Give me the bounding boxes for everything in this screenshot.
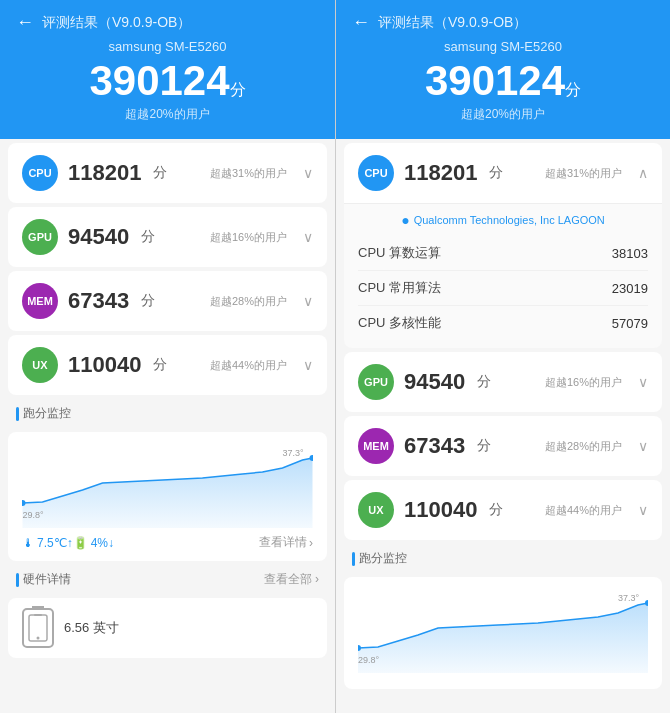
right-percentile: 超越20%的用户 — [352, 106, 654, 123]
svg-rect-6 — [34, 614, 42, 616]
svg-marker-0 — [23, 458, 313, 528]
right-mem-pct: 超越28%的用户 — [545, 439, 622, 454]
right-mem-unit: 分 — [477, 437, 491, 455]
left-cpu-badge: CPU — [22, 155, 58, 191]
left-monitor-section-header: 跑分监控 — [0, 399, 335, 428]
left-details-arrow: › — [309, 536, 313, 550]
right-cpu-value: 118201 — [404, 160, 477, 186]
left-gpu-pct: 超越16%的用户 — [210, 230, 287, 245]
right-cpu-sub-arithmetic-label: CPU 算数运算 — [358, 244, 441, 262]
left-temp-value: 7.5℃↑ — [37, 536, 73, 550]
right-back-button[interactable]: ← — [352, 12, 370, 33]
left-mem-badge: MEM — [22, 283, 58, 319]
right-cpu-unit: 分 — [489, 164, 503, 182]
left-chart-labels: 🌡 7.5℃↑ 🔋 4%↓ 查看详情 › — [22, 534, 313, 551]
left-gpu-badge: GPU — [22, 219, 58, 255]
left-battery-label: 🔋 4%↓ — [73, 536, 114, 550]
right-cpu-chevron-up: ∧ — [638, 165, 648, 181]
left-chart-card: 29.8° 37.3° 🌡 7.5℃↑ 🔋 4%↓ 查看详情 › — [8, 432, 327, 561]
right-mem-chevron: ∨ — [638, 438, 648, 454]
right-nav: ← 评测结果（V9.0.9-OB） — [352, 12, 654, 33]
left-gpu-value: 94540 — [68, 224, 129, 250]
right-qualcomm-text: Qualcomm Technologies, Inc LAGOON — [414, 214, 605, 226]
left-temp-label: 🌡 7.5℃↑ — [22, 536, 73, 550]
left-battery-value: 4%↓ — [91, 536, 114, 550]
right-chart-svg: 29.8° 37.3° — [358, 593, 648, 673]
left-hardware-link[interactable]: 查看全部 › — [264, 571, 319, 588]
left-mem-unit: 分 — [141, 292, 155, 310]
right-gpu-row[interactable]: GPU 94540 分 超越16%的用户 ∨ — [344, 352, 662, 412]
right-cpu-badge: CPU — [358, 155, 394, 191]
left-hardware-bar — [16, 573, 19, 587]
left-hardware-card: 6.56 英寸 — [8, 598, 327, 658]
right-gpu-chevron: ∨ — [638, 374, 648, 390]
svg-text:29.8°: 29.8° — [23, 510, 45, 520]
right-gpu-badge: GPU — [358, 364, 394, 400]
right-chart-card: 29.8° 37.3° — [344, 577, 662, 689]
right-cpu-sub-multicore-label: CPU 多核性能 — [358, 314, 441, 332]
right-total-score: 390124分 — [352, 58, 654, 104]
left-mem-value: 67343 — [68, 288, 129, 314]
svg-marker-8 — [358, 603, 648, 673]
left-mem-pct: 超越28%的用户 — [210, 294, 287, 309]
right-ux-badge: UX — [358, 492, 394, 528]
right-monitor-section-header: 跑分监控 — [336, 544, 670, 573]
left-details-link[interactable]: 查看详情 › — [259, 534, 313, 551]
svg-point-7 — [37, 637, 40, 640]
right-device-name: samsung SM-E5260 — [352, 39, 654, 54]
right-qualcomm-label: ● Qualcomm Technologies, Inc LAGOON — [358, 212, 648, 228]
right-cpu-expanded: ● Qualcomm Technologies, Inc LAGOON CPU … — [344, 203, 662, 348]
left-ux-row[interactable]: UX 110040 分 超越44%的用户 ∨ — [8, 335, 327, 395]
left-mem-row[interactable]: MEM 67343 分 超越28%的用户 ∨ — [8, 271, 327, 331]
right-header: ← 评测结果（V9.0.9-OB） samsung SM-E5260 39012… — [336, 0, 670, 139]
left-hardware-section-header: 硬件详情 查看全部 › — [0, 565, 335, 594]
left-header: ← 评测结果（V9.0.9-OB） samsung SM-E5260 39012… — [0, 0, 335, 139]
left-gpu-row[interactable]: GPU 94540 分 超越16%的用户 ∨ — [8, 207, 327, 267]
right-gpu-pct: 超越16%的用户 — [545, 375, 622, 390]
left-ux-badge: UX — [22, 347, 58, 383]
left-total-score: 390124分 — [16, 58, 319, 104]
left-gpu-chevron: ∨ — [303, 229, 313, 245]
left-details-text: 查看详情 — [259, 534, 307, 551]
right-cpu-sub-common-label: CPU 常用算法 — [358, 279, 441, 297]
right-ux-row[interactable]: UX 110040 分 超越44%的用户 ∨ — [344, 480, 662, 540]
left-percentile: 超越20%的用户 — [16, 106, 319, 123]
left-back-button[interactable]: ← — [16, 12, 34, 33]
left-monitor-label: 跑分监控 — [23, 405, 71, 422]
right-monitor-bar — [352, 552, 355, 566]
left-monitor-bar — [16, 407, 19, 421]
left-content: CPU 118201 分 超越31%的用户 ∨ GPU 94540 分 超越16… — [0, 139, 335, 713]
right-ux-pct: 超越44%的用户 — [545, 503, 622, 518]
left-ux-chevron: ∨ — [303, 357, 313, 373]
right-gpu-unit: 分 — [477, 373, 491, 391]
right-cpu-sub-arithmetic: CPU 算数运算 38103 — [358, 236, 648, 271]
left-ux-pct: 超越44%的用户 — [210, 358, 287, 373]
left-device-name: samsung SM-E5260 — [16, 39, 319, 54]
right-ux-chevron: ∨ — [638, 502, 648, 518]
svg-text:29.8°: 29.8° — [358, 655, 380, 665]
left-cpu-unit: 分 — [153, 164, 167, 182]
thermometer-icon: 🌡 — [22, 536, 34, 550]
right-chart: 29.8° 37.3° — [358, 593, 648, 673]
left-panel: ← 评测结果（V9.0.9-OB） samsung SM-E5260 39012… — [0, 0, 335, 713]
left-chart: 29.8° 37.3° — [22, 448, 313, 528]
left-ux-unit: 分 — [153, 356, 167, 374]
right-cpu-sub-common-value: 23019 — [612, 281, 648, 296]
right-cpu-sub-multicore: CPU 多核性能 57079 — [358, 306, 648, 340]
right-gpu-value: 94540 — [404, 369, 465, 395]
right-mem-badge: MEM — [358, 428, 394, 464]
left-mem-chevron: ∨ — [303, 293, 313, 309]
right-cpu-row-expanded[interactable]: CPU 118201 分 超越31%的用户 ∧ — [344, 143, 662, 203]
right-header-title: 评测结果（V9.0.9-OB） — [378, 14, 527, 32]
left-hardware-label: 硬件详情 — [23, 571, 71, 588]
right-monitor-label: 跑分监控 — [359, 550, 407, 567]
right-cpu-sub-common: CPU 常用算法 23019 — [358, 271, 648, 306]
left-cpu-row[interactable]: CPU 118201 分 超越31%的用户 ∨ — [8, 143, 327, 203]
right-content: CPU 118201 分 超越31%的用户 ∧ ● Qualcomm Techn… — [336, 139, 670, 713]
svg-text:37.3°: 37.3° — [283, 448, 305, 458]
left-cpu-value: 118201 — [68, 160, 141, 186]
left-chart-svg: 29.8° 37.3° — [22, 448, 313, 528]
right-cpu-sub-multicore-value: 57079 — [612, 316, 648, 331]
right-mem-row[interactable]: MEM 67343 分 超越28%的用户 ∨ — [344, 416, 662, 476]
phone-icon — [22, 608, 54, 648]
